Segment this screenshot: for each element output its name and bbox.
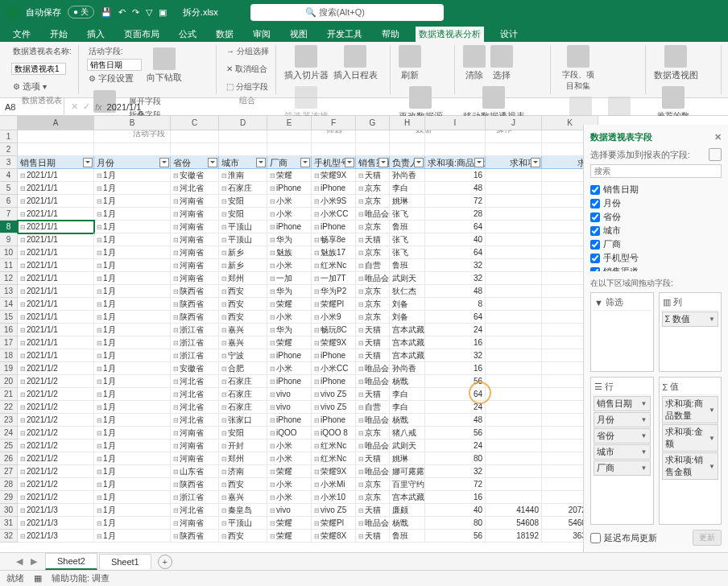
cell[interactable]: ⊟1月: [94, 233, 171, 246]
filter-dropdown-icon[interactable]: [474, 158, 484, 167]
fx-icon[interactable]: fx: [95, 102, 102, 112]
fields-items-button[interactable]: 字段、项目和集: [559, 45, 598, 92]
cell[interactable]: 80: [425, 452, 486, 465]
cell[interactable]: ⊟陕西省: [171, 285, 219, 298]
pivot-name-input[interactable]: [11, 63, 66, 75]
camera-icon[interactable]: ▣: [159, 7, 167, 18]
row-header[interactable]: 20: [0, 375, 18, 388]
area-chip[interactable]: 城市▼: [594, 444, 651, 460]
sheet-nav-next[interactable]: ▶: [31, 556, 37, 567]
cell[interactable]: ⊟浙江省: [171, 336, 219, 349]
cell[interactable]: 16: [425, 362, 486, 375]
add-sheet-button[interactable]: +: [158, 555, 172, 569]
cell[interactable]: ⊟2021/1/1: [18, 272, 94, 285]
cell[interactable]: ⊟京东: [356, 246, 390, 259]
cell[interactable]: ⊟石家庄: [219, 182, 267, 195]
cell[interactable]: ⊟天猫: [356, 233, 390, 246]
area-rows[interactable]: ☰行销售日期▼月份▼省份▼城市▼厂商▼: [590, 377, 654, 525]
cell[interactable]: ⊟2021/1/1: [18, 336, 94, 349]
field-checkbox[interactable]: [590, 213, 600, 222]
cell[interactable]: ⊟iPhone: [267, 349, 312, 362]
cell[interactable]: [486, 362, 542, 375]
cell[interactable]: 李白: [390, 388, 425, 401]
cell[interactable]: 32: [425, 259, 486, 272]
tab-dev[interactable]: 开发工具: [324, 27, 366, 42]
row-header[interactable]: 25: [0, 440, 18, 452]
row-header[interactable]: 14: [0, 298, 18, 311]
tab-help[interactable]: 帮助: [378, 27, 403, 42]
cell[interactable]: ⊟河北省: [171, 375, 219, 388]
cell[interactable]: ⊟西安: [219, 298, 267, 311]
cell[interactable]: ⊟iPhone: [312, 221, 356, 233]
cell[interactable]: ⊟红米Nc: [312, 259, 356, 272]
cell[interactable]: ⊟安阳: [219, 427, 267, 440]
cell[interactable]: 销售渠道: [356, 156, 390, 169]
cell[interactable]: ⊟2021/1/1: [18, 259, 94, 272]
cell[interactable]: ⊟iPhone: [312, 375, 356, 388]
cell[interactable]: 72: [425, 195, 486, 208]
cell[interactable]: ⊟浙江省: [171, 324, 219, 336]
filter-dropdown-icon[interactable]: [83, 158, 93, 167]
cell[interactable]: ⊟小米: [267, 259, 312, 272]
cell[interactable]: 猪八戒: [390, 427, 425, 440]
cell[interactable]: 16: [425, 336, 486, 349]
cell[interactable]: 56: [425, 427, 486, 440]
row-header[interactable]: 13: [0, 285, 18, 298]
row-header[interactable]: 7: [0, 208, 18, 221]
cell[interactable]: ⊟1月: [94, 388, 171, 401]
cell[interactable]: ⊟荣耀9X: [312, 169, 356, 182]
cell[interactable]: ⊟浙江省: [171, 491, 219, 504]
cell[interactable]: ⊟天猫: [356, 169, 390, 182]
cell[interactable]: ⊟河北省: [171, 388, 219, 401]
cell[interactable]: ⊟济南: [219, 465, 267, 478]
cell[interactable]: ⊟华为P2: [312, 285, 356, 298]
select-button[interactable]: 选择: [490, 45, 513, 81]
cell[interactable]: ⊟一加: [267, 272, 312, 285]
cell[interactable]: 8: [425, 298, 486, 311]
cell[interactable]: [486, 465, 542, 478]
cell[interactable]: [486, 478, 542, 491]
cell[interactable]: 姚琳: [390, 452, 425, 465]
cell[interactable]: 40: [425, 504, 486, 517]
cell[interactable]: ⊟畅玩8C: [312, 324, 356, 336]
cell[interactable]: ⊟西安: [219, 530, 267, 543]
cell[interactable]: ⊟1月: [94, 285, 171, 298]
cell[interactable]: 32: [425, 272, 486, 285]
cell[interactable]: 廉颇: [390, 504, 425, 517]
sheet-tab-sheet2[interactable]: Sheet2: [45, 553, 97, 570]
cell[interactable]: 64: [425, 388, 486, 401]
cell[interactable]: [219, 130, 267, 143]
cell[interactable]: [425, 143, 486, 156]
cell[interactable]: ⊟唯品会: [356, 272, 390, 285]
cell[interactable]: [486, 324, 542, 336]
cell[interactable]: ⊟京东: [356, 285, 390, 298]
cell[interactable]: ⊟iPhone: [267, 221, 312, 233]
cell[interactable]: ⊟红米Nc: [312, 452, 356, 465]
cell[interactable]: ⊟vivo Z5: [312, 504, 356, 517]
cell[interactable]: [486, 221, 542, 233]
row-header[interactable]: 27: [0, 465, 18, 478]
cell[interactable]: 手机型号: [312, 156, 356, 169]
cell[interactable]: ⊟河北省: [171, 504, 219, 517]
cell[interactable]: ⊟iPhone: [267, 375, 312, 388]
cell[interactable]: ⊟1月: [94, 311, 171, 324]
tab-layout[interactable]: 页面布局: [121, 27, 163, 42]
cell[interactable]: 刘备: [390, 298, 425, 311]
cell[interactable]: [486, 285, 542, 298]
cell[interactable]: ⊟2021/1/2: [18, 401, 94, 414]
cell[interactable]: 负责人: [390, 156, 425, 169]
cell[interactable]: 64: [425, 221, 486, 233]
cell[interactable]: ⊟2021/1/2: [18, 478, 94, 491]
cell[interactable]: ⊟荣耀: [267, 517, 312, 530]
cell[interactable]: ⊟淮南: [219, 169, 267, 182]
cell[interactable]: ⊟1月: [94, 362, 171, 375]
cell[interactable]: ⊟iPhone: [312, 182, 356, 195]
cell[interactable]: 64: [425, 311, 486, 324]
cell[interactable]: ⊟天猫: [356, 388, 390, 401]
sheet-nav-prev[interactable]: ◀: [16, 556, 23, 567]
cell[interactable]: 李白: [390, 182, 425, 195]
cell[interactable]: ⊟秦皇岛: [219, 504, 267, 517]
cell[interactable]: ⊟2021/1/3: [18, 517, 94, 530]
cell[interactable]: ⊟1月: [94, 478, 171, 491]
row-header[interactable]: 22: [0, 401, 18, 414]
